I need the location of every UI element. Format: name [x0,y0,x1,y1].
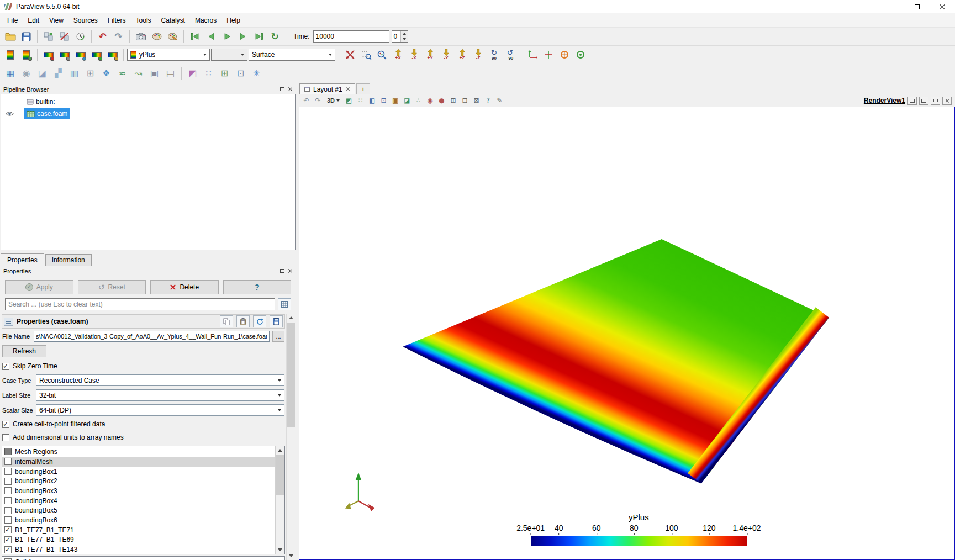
rescale-to-data-range-icon[interactable] [41,47,56,62]
hover-points-icon[interactable]: ● [436,96,447,106]
tab-information[interactable]: Information [45,254,92,266]
scalar-size-combo[interactable]: 64-bit (DP) [36,404,284,416]
mesh-region-row[interactable]: B1_TE77_B1_TE71 [2,525,275,535]
menu-help[interactable]: Help [221,14,245,27]
rescale-over-time-icon[interactable] [73,47,88,62]
camera-icon[interactable] [133,29,148,44]
select-surface-cells-icon[interactable]: ◩ [344,96,354,106]
create-cell-to-point-checkbox[interactable] [2,421,9,428]
close-view-icon[interactable] [942,97,952,105]
connect-icon[interactable] [41,29,56,44]
open-icon[interactable] [3,29,18,44]
search-options-icon[interactable] [278,298,291,310]
disconnect-icon[interactable] [57,29,72,44]
browse-button[interactable]: ... [272,331,284,342]
detach-view-icon[interactable] [931,97,940,105]
mesh-region-row[interactable]: B1_TE77_B1_TE143 [2,545,275,554]
last-frame-button[interactable] [251,29,266,44]
previous-frame-button[interactable] [203,29,218,44]
select-cells-through-icon[interactable]: ⊞ [217,66,232,81]
choose-preset-icon[interactable] [105,47,120,62]
zoom-to-box-icon[interactable] [358,47,373,62]
mesh-region-checkbox[interactable] [4,526,12,533]
calculator-icon[interactable]: ▦ [3,66,18,81]
component-combo[interactable] [211,49,247,61]
interactive-select-cells-icon[interactable]: ◪ [402,96,412,106]
tab-properties[interactable]: Properties [1,253,44,266]
threshold-icon[interactable]: ▥ [67,66,82,81]
zoom-to-data-icon[interactable] [374,47,389,62]
help-icon[interactable]: ? [483,96,493,106]
close-panel-icon[interactable] [288,268,293,273]
slice-icon[interactable]: ▞ [51,66,66,81]
clear-selection-icon[interactable]: ⊠ [471,96,482,106]
mesh-region-checkbox[interactable] [4,507,12,514]
mesh-region-row[interactable]: boundingBox2 [2,476,275,486]
rescale-to-custom-range-icon[interactable] [57,47,72,62]
render-canvas[interactable] [299,107,954,559]
mesh-region-checkbox[interactable] [4,478,12,485]
section-menu-icon[interactable] [4,318,13,326]
select-points-on-icon[interactable]: ∷ [201,66,216,81]
camera-redo-icon[interactable]: ↷ [313,96,323,106]
scroll-up-icon[interactable] [276,446,284,455]
extract-level-icon[interactable]: ▤ [163,66,178,81]
redo-icon[interactable]: ↷ [111,29,126,44]
next-frame-button[interactable] [235,29,250,44]
extract-subset-icon[interactable]: ⊞ [83,66,98,81]
color-by-combo[interactable]: yPlus [127,49,210,61]
menu-filters[interactable]: Filters [103,14,131,27]
undo-icon[interactable]: ↶ [95,29,110,44]
menu-file[interactable]: File [2,14,23,27]
mesh-region-row[interactable]: B1_TE77_B1_TE69 [2,535,275,545]
scroll-down-icon[interactable] [287,552,296,560]
scrollbar-thumb[interactable] [276,455,284,495]
split-vertical-icon[interactable] [919,97,928,105]
representation-combo[interactable]: Surface [249,49,335,61]
show-center-axes-icon[interactable] [541,47,556,62]
clip-icon[interactable]: ◪ [35,66,50,81]
show-orientation-axes-icon[interactable] [525,47,540,62]
mesh-region-checkbox[interactable] [4,487,12,494]
rescale-to-visible-range-icon[interactable] [89,47,104,62]
reset-center-icon[interactable] [573,47,588,62]
label-size-combo[interactable]: 32-bit [36,389,284,401]
set-view-minus-x-icon[interactable]: -X [407,47,421,62]
reload-defaults-icon[interactable] [253,315,266,327]
rotate-90-cw-icon[interactable]: ↻ 90 [487,47,502,62]
skip-zero-time-checkbox[interactable] [2,363,9,370]
interaction-mode-combo[interactable]: 3D [324,96,342,106]
pick-center-icon[interactable] [557,47,572,62]
stream-tracer-icon[interactable]: ≈ [115,66,130,81]
scrollbar-thumb[interactable] [287,323,295,427]
interaction-mode-icon[interactable]: ✳ [249,66,264,81]
mesh-region-checkbox[interactable] [4,468,12,475]
group-datasets-icon[interactable]: ▣ [147,66,162,81]
mesh-region-checkbox[interactable] [4,516,12,524]
scroll-up-icon[interactable] [287,314,296,322]
set-view-plus-z-icon[interactable]: +Z [455,47,469,62]
menu-tools[interactable]: Tools [131,14,156,27]
scroll-down-icon[interactable] [276,546,284,554]
loop-button[interactable]: ↻ [267,29,282,44]
mesh-region-checkbox[interactable] [4,546,12,553]
file-name-input[interactable] [34,331,270,342]
apply-button[interactable]: Apply [5,280,73,294]
mesh-region-row[interactable]: boundingBox5 [2,505,275,515]
mesh-region-checkbox[interactable] [4,458,12,465]
close-button[interactable] [930,0,955,13]
delete-button[interactable]: Delete [150,280,219,294]
pipeline-item-case-foam[interactable]: case.foam [1,108,295,120]
pipeline-item-builtin[interactable]: builtin: [1,96,295,108]
render-viewport[interactable]: yPlus 2.5e+014060801001201.4e+02 [299,107,955,560]
rotate-90-ccw-icon[interactable]: ↺ -90 [503,47,518,62]
close-panel-icon[interactable] [288,87,293,92]
warp-by-vector-icon[interactable]: ↝ [131,66,146,81]
properties-scrollbar[interactable] [286,314,296,560]
edit-color-map-icon[interactable] [19,47,34,62]
select-frustum-cells-icon[interactable]: ◧ [367,96,377,106]
contour-icon[interactable]: ◉ [19,66,34,81]
refresh-button[interactable]: Refresh [2,345,46,357]
split-horizontal-icon[interactable] [907,97,917,105]
help-button[interactable]: ? [223,280,292,294]
